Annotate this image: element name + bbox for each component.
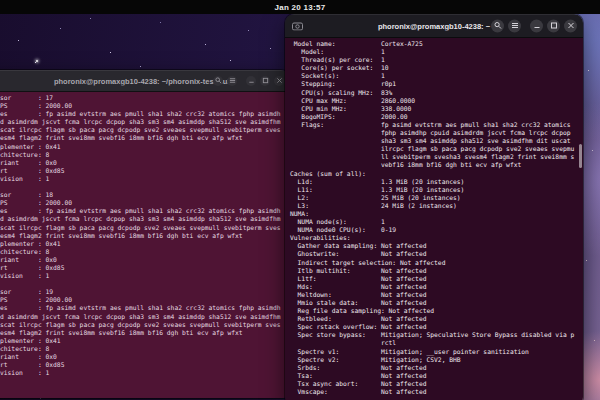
terminal-line: Stepping: r0p1: [290, 80, 583, 88]
maximize-button[interactable]: [547, 19, 560, 32]
close-icon: [276, 77, 283, 84]
minimize-button[interactable]: [530, 19, 543, 32]
terminal-line: NUMA:: [290, 210, 583, 218]
maximize-icon: [550, 22, 558, 30]
menu-button[interactable]: [227, 76, 237, 86]
search-icon: [215, 77, 222, 84]
terminal-window-phoronix-test-suite[interactable]: phoronix@promaxgb10-4238: ~/phoronix-tes…: [0, 70, 290, 398]
search-icon: [494, 22, 502, 30]
desktop: Jan 20 13:57 phoronix@promaxgb10-4238: ~…: [0, 0, 600, 400]
close-button[interactable]: [564, 19, 577, 32]
terminal-line: L1d: 1.3 MiB (20 instances): [290, 178, 583, 186]
menu-icon: [511, 22, 519, 30]
terminal-line: Core(s) per socket: 10: [290, 64, 583, 72]
terminal-line: sor : 18: [0, 191, 290, 199]
terminal-line: vision : 1: [0, 369, 290, 377]
terminal-line: Vulnerabilities:: [290, 234, 583, 242]
terminal-line: d asimdrdm jscvt fcma lrcpc dcpop sha3 s…: [0, 215, 290, 223]
terminal-line: riant : 0x0: [0, 159, 290, 167]
maximize-icon: [262, 77, 269, 84]
terminal-line: d asimdrdm jscvt fcma lrcpc dcpop sha3 s…: [0, 313, 290, 321]
terminal-line: Model name: Cortex-A725: [290, 40, 583, 48]
menu-icon: [229, 77, 236, 84]
close-button[interactable]: [274, 76, 284, 86]
terminal-line: Tsa: Not affected: [290, 372, 583, 380]
shell-prompt: ix@promaxgb10-4238:~/phoronix-test-suite…: [0, 385, 290, 393]
wallpaper-bright-star: [36, 60, 38, 62]
terminal-line: NUMA node(s): 1: [290, 218, 583, 226]
terminal-line: d asimdrdm jscvt fcma lrcpc dcpop sha3 s…: [0, 118, 290, 126]
minimize-icon: [533, 22, 541, 30]
terminal-line: sha3 sm3 sm4 asimddp sha512 sve asimdfhm…: [290, 137, 583, 145]
terminal-line: chitecture: 8: [0, 345, 290, 353]
terminal-line: Spec store bypass: Mitigation; Speculati…: [290, 331, 583, 339]
terminal-line: riant : 0x0: [0, 353, 290, 361]
terminal-line: L2: 25 MiB (20 instances): [290, 194, 583, 202]
search-button[interactable]: [491, 19, 504, 32]
right-terminal-headerbar[interactable]: phoronix@promaxgb10-4238: ~: [285, 14, 583, 38]
panel-clock[interactable]: Jan 20 13:57: [274, 3, 325, 12]
terminal-line: CPU max MHz: 2860.0000: [290, 97, 583, 105]
terminal-line: [0, 377, 290, 385]
terminal-line: vision : 1: [0, 175, 290, 183]
terminal-line: riant : 0x0: [0, 256, 290, 264]
terminal-line: chitecture: 8: [0, 248, 290, 256]
terminal-line: rt : 0xd85: [0, 264, 290, 272]
terminal-line: Thread(s) per core: 1: [290, 56, 583, 64]
terminal-line: L1tf: Not affected: [290, 275, 583, 283]
menu-button[interactable]: [508, 19, 521, 32]
terminal-line: scat ilrcpc flagm sb paca pacg dcpodp sv…: [0, 126, 290, 134]
terminal-line: ilrcpc flagm sb paca pacg dcpodp sve2 sv…: [290, 145, 583, 153]
terminal-line: Socket(s): 1: [290, 72, 583, 80]
close-icon: [567, 22, 575, 30]
terminal-line: esm4 flagm2 frint svei8mm svebf16 i8mm b…: [0, 134, 290, 142]
left-terminal-headerbar[interactable]: phoronix@promaxgb10-4238: ~/phoronix-tes…: [0, 70, 290, 92]
terminal-line: Caches (sum of all):: [290, 170, 583, 178]
terminal-line: plementer : 0x41: [0, 337, 290, 345]
terminal-line: Retbleed: Not affected: [290, 315, 583, 323]
terminal-line: NUMA node0 CPU(s): 0-19: [290, 226, 583, 234]
terminal-line: Srbds: Not affected: [290, 364, 583, 372]
top-panel[interactable]: Jan 20 13:57: [0, 0, 600, 14]
terminal-line: Itlb multihit: Not affected: [290, 267, 583, 275]
terminal-line: Mds: Not affected: [290, 283, 583, 291]
terminal-line: PS : 2000.00: [0, 296, 290, 304]
search-button[interactable]: [213, 76, 223, 86]
left-terminal-output[interactable]: sor : 17PS : 2000.00es : fp asimd evtstr…: [0, 92, 290, 398]
terminal-line: esm4 flagm2 frint svei8mm svebf16 i8mm b…: [0, 232, 290, 240]
terminal-line: L1i: 1.3 MiB (20 instances): [290, 186, 583, 194]
terminal-line: BogoMIPS: 2000.00: [290, 113, 583, 121]
terminal-line: CPU(s) scaling MHz: 83%: [290, 89, 583, 97]
terminal-line: esm4 flagm2 frint svei8mm svebf16 i8mm b…: [0, 329, 290, 337]
terminal-line: rt : 0xd85: [0, 167, 290, 175]
terminal-line: sor : 17: [0, 94, 290, 102]
terminal-line: vision : 1: [0, 272, 290, 280]
terminal-line: Spectre v1: Mitigation; __user pointer s…: [290, 348, 583, 356]
terminal-line: Gather data sampling: Not affected: [290, 242, 583, 250]
terminal-line: rctl: [290, 339, 583, 347]
terminal-line: Tsx async abort: Not affected: [290, 380, 583, 388]
terminal-line: Indirect target selection: Not affected: [290, 259, 583, 267]
cpuinfo-output: sor : 17PS : 2000.00es : fp asimd evtstr…: [0, 94, 290, 385]
scrollbar[interactable]: [579, 144, 582, 168]
right-terminal-output[interactable]: Model name: Cortex-A725 Model: 1 Thread(…: [285, 38, 583, 400]
terminal-line: vebf16 i8mm bf16 dgh bti ecv afp wfxt: [290, 161, 583, 169]
terminal-line: Mmio stale data: Not affected: [290, 299, 583, 307]
terminal-line: Ghostwrite: Not affected: [290, 250, 583, 258]
terminal-line: L3: 24 MiB (2 instances): [290, 202, 583, 210]
terminal-line: PS : 2000.00: [0, 199, 290, 207]
terminal-line: chitecture: 8: [0, 151, 290, 159]
camera-icon[interactable]: [292, 21, 303, 30]
terminal-line: es : fp asimd evtstrm aes pmull sha1 sha…: [0, 304, 290, 312]
terminal-line: Spectre v2: Mitigation; CSV2, BHB: [290, 356, 583, 364]
minimize-button[interactable]: [246, 76, 256, 86]
maximize-button[interactable]: [260, 76, 270, 86]
terminal-line: [0, 183, 290, 191]
lscpu-output: Model name: Cortex-A725 Model: 1 Thread(…: [290, 40, 583, 396]
terminal-window-lscpu[interactable]: phoronix@promaxgb10-4238: ~: [285, 14, 583, 400]
terminal-line: PS : 2000.00: [0, 102, 290, 110]
terminal-line: Meltdown: Not affected: [290, 291, 583, 299]
terminal-line: plementer : 0x41: [0, 240, 290, 248]
terminal-line: scat ilrcpc flagm sb paca pacg dcpodp sv…: [0, 224, 290, 232]
terminal-line: scat ilrcpc flagm sb paca pacg dcpodp sv…: [0, 321, 290, 329]
